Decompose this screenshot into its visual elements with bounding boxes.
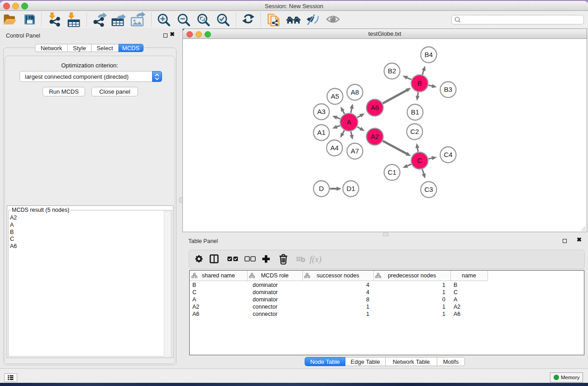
svg-text:A: A: [347, 118, 351, 126]
svg-text:A2: A2: [371, 133, 379, 140]
svg-text:A3: A3: [317, 108, 325, 115]
svg-text:A4: A4: [330, 144, 339, 152]
svg-text:C3: C3: [424, 186, 433, 193]
svg-text:A6: A6: [371, 104, 379, 111]
svg-text:f(x): f(x): [310, 254, 321, 264]
svg-text:D1: D1: [346, 185, 355, 192]
svg-text:C4: C4: [444, 151, 452, 158]
svg-text:A7: A7: [351, 147, 359, 155]
svg-text:A5: A5: [331, 92, 339, 100]
svg-text:B: B: [417, 79, 422, 87]
svg-text:C: C: [417, 157, 422, 164]
svg-text:A8: A8: [351, 88, 359, 96]
svg-text:B4: B4: [425, 51, 433, 58]
svg-text:C1: C1: [387, 168, 396, 176]
svg-text:B2: B2: [388, 67, 396, 75]
svg-text:D: D: [319, 185, 324, 192]
svg-text:A1: A1: [317, 129, 325, 136]
svg-text:B1: B1: [411, 108, 419, 116]
svg-text:C2: C2: [410, 128, 419, 135]
svg-text:B3: B3: [444, 86, 452, 93]
